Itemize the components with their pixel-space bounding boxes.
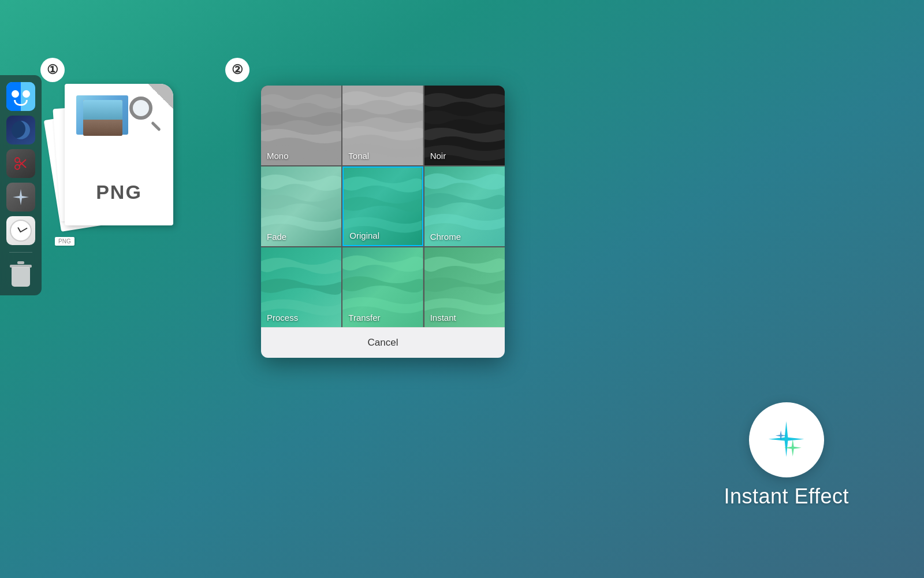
dock-icon-finder[interactable]: [6, 82, 35, 111]
dock-icon-sip[interactable]: [6, 149, 35, 178]
filter-cell-transfer[interactable]: Transfer: [342, 247, 423, 327]
png-file-stack: PNG PNG: [52, 84, 185, 246]
filter-label-original: Original: [349, 231, 379, 240]
dock-icon-trash[interactable]: [6, 260, 35, 288]
filter-cell-original[interactable]: Original: [342, 166, 423, 246]
trash-icon: [10, 261, 32, 287]
png-label: PNG: [96, 181, 142, 203]
dock-icon-spring[interactable]: [6, 183, 35, 212]
filter-label-mono: Mono: [267, 151, 289, 161]
app-icon-container: Instant Effect: [724, 402, 849, 509]
filter-panel: Mono Tonal Noir: [261, 86, 505, 358]
filter-label-chrome: Chrome: [430, 232, 461, 242]
magnifier-handle: [151, 121, 161, 132]
png-file-tag: PNG: [55, 237, 74, 246]
filter-label-process: Process: [267, 313, 298, 323]
plus-star-icon: [12, 188, 30, 206]
app-icon-circle: [749, 402, 824, 477]
app-star-icon: [765, 418, 808, 462]
filter-label-noir: Noir: [430, 151, 446, 161]
filter-cell-mono[interactable]: Mono: [261, 86, 341, 165]
filter-cell-fade[interactable]: Fade: [261, 166, 341, 246]
filter-label-transfer: Transfer: [348, 313, 380, 323]
clock-minute-hand: [21, 228, 28, 232]
photo-portrait: [83, 100, 122, 136]
filter-cell-noir[interactable]: Noir: [424, 86, 505, 165]
app-name: Instant Effect: [724, 484, 849, 509]
magnifier-overlay: [129, 97, 163, 130]
photo-sky: [83, 100, 122, 120]
filter-cell-tonal[interactable]: Tonal: [342, 86, 423, 165]
cancel-label: Cancel: [368, 337, 398, 348]
filter-cell-chrome[interactable]: Chrome: [424, 166, 505, 246]
filter-label-fade: Fade: [267, 232, 286, 242]
cancel-button[interactable]: Cancel: [261, 327, 505, 358]
filter-cell-process[interactable]: Process: [261, 247, 341, 327]
filter-label-tonal: Tonal: [348, 151, 369, 161]
photo-preview-area: [72, 94, 129, 138]
step-2-indicator: ②: [225, 58, 249, 82]
dock-divider: [9, 252, 32, 253]
filter-grid: Mono Tonal Noir: [261, 86, 505, 327]
dock: [0, 75, 42, 295]
magnifier-glass: [129, 97, 152, 120]
filter-label-instant: Instant: [430, 313, 456, 323]
clock-face: [10, 220, 32, 242]
photo-body: [83, 120, 122, 136]
dock-icon-moon[interactable]: [6, 116, 35, 144]
dock-icon-clock[interactable]: [6, 216, 35, 245]
png-page-front: PNG: [65, 84, 173, 225]
filter-cell-instant[interactable]: Instant: [424, 247, 505, 327]
step-1-indicator: ①: [40, 58, 65, 82]
moon-icon: [12, 121, 30, 139]
scissors-icon: [12, 155, 29, 172]
